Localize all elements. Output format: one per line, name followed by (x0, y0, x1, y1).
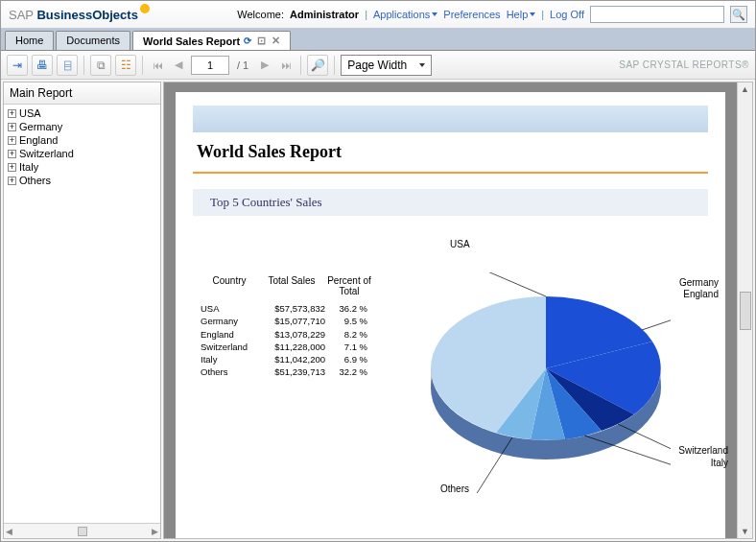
tree-item-others[interactable]: +Others (8, 174, 156, 187)
page-total: / 1 (233, 59, 252, 71)
scroll-up-icon[interactable]: ▲ (741, 84, 749, 94)
title-band (193, 106, 708, 132)
pie-label-switzerland: Switzerland (678, 445, 728, 456)
logo-sap: SAP (9, 8, 36, 22)
print-preview-button[interactable]: ⌸ (57, 55, 78, 76)
pin-icon[interactable]: ⊡ (257, 35, 266, 47)
pie-label-usa: USA (450, 239, 470, 249)
first-page-button[interactable]: ⏮ (149, 57, 166, 74)
welcome-user: Administrator (290, 9, 359, 20)
tab-world-sales-report[interactable]: World Sales Report ⟳ ⊡ ✕ (132, 31, 291, 50)
pie-label-germany: Germany (679, 277, 719, 288)
tree-item-usa[interactable]: +USA (8, 106, 156, 120)
parameters-button[interactable]: ⧉ (90, 55, 111, 76)
table-row: England$13,078,2298.2 % (201, 328, 383, 341)
caret-down-icon (419, 63, 425, 67)
report-toolbar: ⇥ 🖶 ⌸ ⧉ ☷ ⏮ ◀ / 1 ▶ ⏭ 🔎 Page Width SAP C… (1, 51, 755, 80)
crystal-brand: SAP CRYSTAL REPORTS® (619, 59, 749, 70)
zoom-value: Page Width (347, 59, 407, 72)
expand-icon[interactable]: + (8, 163, 16, 172)
table-header: Country Total Sales Percent of Total (201, 275, 383, 296)
tree-item-england[interactable]: +England (8, 133, 156, 147)
table-row: USA$57,573,83236.2 % (201, 302, 383, 315)
tree-item-germany[interactable]: +Germany (8, 120, 156, 133)
report-page: World Sales Report Top 5 Countries' Sale… (176, 92, 725, 538)
expand-icon[interactable]: + (8, 123, 16, 131)
table-row: Switzerland$11,228,0007.1 % (201, 341, 383, 353)
search-input[interactable] (590, 6, 724, 23)
prev-page-button[interactable]: ◀ (170, 57, 187, 74)
sidebar-hscroll[interactable]: ◀▶ (4, 523, 160, 538)
search-icon: 🔍 (732, 9, 745, 21)
group-tree-button[interactable]: ☷ (115, 55, 136, 76)
page-number-input[interactable] (191, 56, 229, 75)
applications-menu[interactable]: Applications (373, 9, 437, 20)
welcome-label: Welcome: (237, 9, 284, 20)
report-canvas[interactable]: World Sales Report Top 5 Countries' Sale… (164, 82, 737, 538)
tab-documents[interactable]: Documents (56, 31, 130, 50)
zoom-select[interactable]: Page Width (341, 55, 432, 76)
header-right: Welcome: Administrator | Applications Pr… (237, 6, 747, 23)
table-row: Italy$11,042,2006.9 % (201, 353, 383, 365)
group-tree-sidebar: Main Report +USA +Germany +England +Swit… (3, 82, 161, 539)
next-page-button[interactable]: ▶ (256, 57, 273, 74)
report-vscroll[interactable]: ▲ ▼ (737, 82, 752, 538)
main-area: Main Report +USA +Germany +England +Swit… (1, 80, 755, 541)
tree-item-switzerland[interactable]: +Switzerland (8, 147, 156, 160)
logo-businessobjects: BusinessObjects (36, 8, 138, 22)
chart-zone: Country Total Sales Percent of Total USA… (193, 239, 708, 507)
scroll-down-icon[interactable]: ▼ (741, 527, 749, 536)
doc-tabs: Home Documents World Sales Report ⟳ ⊡ ✕ (1, 28, 755, 51)
divider (193, 172, 708, 174)
sidebar-title: Main Report (4, 82, 160, 105)
last-page-button[interactable]: ⏭ (277, 57, 295, 74)
close-icon[interactable]: ✕ (272, 35, 280, 47)
search-button[interactable]: 🔍 (730, 6, 747, 23)
tree: +USA +Germany +England +Switzerland +Ita… (4, 105, 160, 523)
svg-line-2 (479, 272, 546, 296)
expand-icon[interactable]: + (8, 177, 16, 185)
tree-item-italy[interactable]: +Italy (8, 160, 156, 174)
tab-label: World Sales Report (143, 35, 240, 47)
export-button[interactable]: ⇥ (7, 55, 28, 76)
pie-svg (421, 272, 671, 493)
preferences-link[interactable]: Preferences (443, 9, 500, 20)
pie-chart: USA Germany England Switzerland Italy Ot… (392, 239, 690, 507)
pie-label-italy: Italy (711, 458, 728, 468)
table-row: Others$51,239,71332.2 % (201, 365, 383, 378)
report-viewer: World Sales Report Top 5 Countries' Sale… (163, 82, 753, 539)
refresh-icon[interactable]: ⟳ (244, 35, 251, 46)
print-button[interactable]: 🖶 (32, 55, 53, 76)
pie-label-england: England (683, 289, 719, 299)
table-row: Germany$15,077,7109.5 % (201, 315, 383, 327)
svg-line-3 (642, 309, 671, 330)
scroll-thumb[interactable] (740, 292, 751, 330)
caret-down-icon (432, 12, 437, 16)
logoff-link[interactable]: Log Off (550, 9, 584, 20)
expand-icon[interactable]: + (8, 136, 16, 145)
report-title: World Sales Report (193, 136, 708, 172)
help-menu[interactable]: Help (507, 9, 536, 20)
app-header: SAP BusinessObjects Welcome: Administrat… (1, 1, 755, 28)
find-button[interactable]: 🔎 (307, 55, 328, 76)
logo: SAP BusinessObjects (9, 8, 150, 22)
sales-table: Country Total Sales Percent of Total USA… (201, 275, 383, 507)
expand-icon[interactable]: + (8, 150, 16, 158)
caret-down-icon (530, 12, 535, 16)
logo-bubble-icon (140, 4, 150, 13)
tab-home[interactable]: Home (5, 31, 54, 50)
report-subtitle: Top 5 Countries' Sales (193, 189, 708, 216)
expand-icon[interactable]: + (8, 109, 16, 118)
